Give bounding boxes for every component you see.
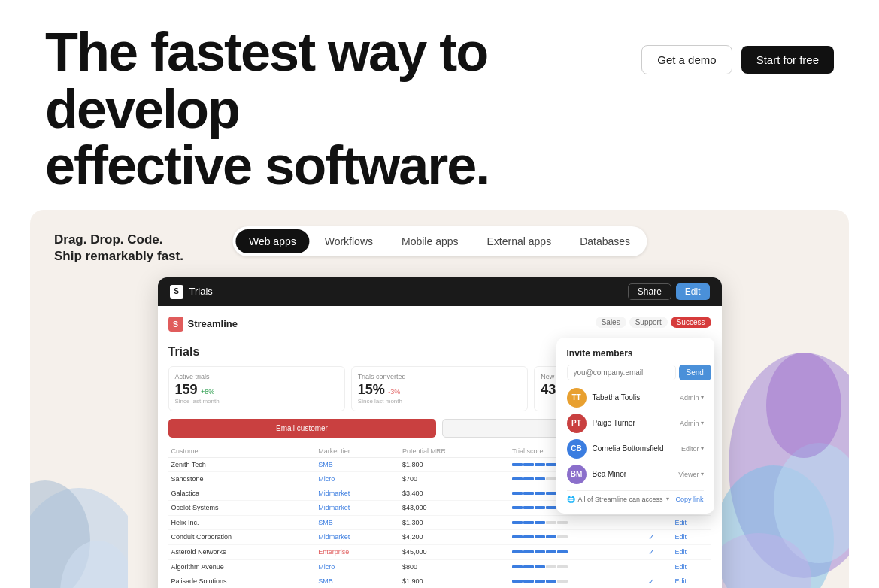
cell-customer: Sandstone bbox=[168, 471, 316, 486]
hero-title: The fastest way to develop effective sof… bbox=[45, 24, 632, 195]
cell-tier: Micro bbox=[315, 471, 399, 486]
member-row: TT Tabatha Toolis Admin ▾ bbox=[567, 388, 704, 408]
cell-mrr: $1,800 bbox=[399, 457, 509, 471]
hero-section: The fastest way to develop effective sof… bbox=[0, 0, 879, 210]
svg-point-3 bbox=[729, 353, 849, 578]
table-row: Algorithm Avenue Micro $800 Edit bbox=[168, 559, 711, 574]
member-avatar: BM bbox=[567, 465, 587, 484]
cell-score bbox=[509, 574, 645, 588]
stat-since-0: Since last month bbox=[175, 398, 338, 405]
cell-edit[interactable]: Edit bbox=[671, 574, 711, 588]
cell-check: ✓ bbox=[645, 529, 671, 544]
svg-point-5 bbox=[774, 443, 849, 563]
cell-tier: Enterprise bbox=[315, 544, 399, 559]
cell-mrr: $800 bbox=[399, 559, 509, 574]
cell-tier: Midmarket bbox=[315, 529, 399, 544]
share-button[interactable]: Share bbox=[628, 283, 671, 300]
stat-value-2: 43 bbox=[541, 382, 556, 397]
stat-since-1: Since last month bbox=[358, 398, 521, 405]
svg-point-2 bbox=[60, 541, 128, 588]
tab-mobile-apps[interactable]: Mobile apps bbox=[388, 229, 472, 253]
member-role[interactable]: Editor ▾ bbox=[681, 445, 704, 453]
table-row: Conduit Corporation Midmarket $4,200 ✓ E… bbox=[168, 529, 711, 544]
invite-title: Invite members bbox=[567, 348, 704, 359]
cell-tier: Midmarket bbox=[315, 486, 399, 500]
member-row: PT Paige Turner Admin ▾ bbox=[567, 414, 704, 433]
cell-score bbox=[509, 559, 645, 574]
cell-mrr: $43,000 bbox=[399, 500, 509, 515]
send-invite-button[interactable]: Send bbox=[679, 365, 711, 380]
col-customer: Customer bbox=[168, 445, 316, 458]
stat-change-1: -3% bbox=[388, 388, 400, 396]
table-row: Asteroid Networks Enterprise $45,000 ✓ E… bbox=[168, 544, 711, 559]
cell-customer: Ocelot Systems bbox=[168, 500, 316, 515]
member-role[interactable]: Admin ▾ bbox=[680, 394, 704, 402]
titlebar-right: Share Edit bbox=[628, 283, 710, 300]
app-screenshot: S Trials Share Edit Streamline Sale bbox=[158, 277, 722, 588]
tab-external-apps[interactable]: External apps bbox=[474, 229, 565, 253]
invite-email-input[interactable] bbox=[567, 365, 676, 380]
cell-customer: Asteroid Networks bbox=[168, 544, 316, 559]
invite-input-row: Send bbox=[567, 365, 704, 380]
demo-left-text: Drag. Drop. Code. Ship remarkably fast. bbox=[54, 231, 183, 264]
cell-customer: Palisade Solutions bbox=[168, 574, 316, 588]
tab-sales[interactable]: Sales bbox=[596, 317, 626, 328]
drag-drop-code: Drag. Drop. Code. bbox=[54, 231, 183, 249]
tab-web-apps[interactable]: Web apps bbox=[235, 229, 310, 253]
edit-button[interactable]: Edit bbox=[676, 283, 710, 300]
member-avatar: TT bbox=[567, 388, 587, 408]
cell-tier: SMB bbox=[315, 574, 399, 588]
start-free-button[interactable]: Start for free bbox=[741, 46, 834, 74]
stat-change-0: +8% bbox=[201, 388, 214, 396]
tab-workflows[interactable]: Workflows bbox=[311, 229, 386, 253]
brand-logo-icon bbox=[168, 317, 183, 332]
cell-check bbox=[645, 515, 671, 529]
ship-fast: Ship remarkably fast. bbox=[54, 249, 183, 264]
titlebar-left: S Trials bbox=[170, 285, 213, 299]
cell-edit[interactable]: Edit bbox=[671, 544, 711, 559]
cell-check: ✓ bbox=[645, 544, 671, 559]
members-list: TT Tabatha Toolis Admin ▾ PT Paige Turne… bbox=[567, 388, 704, 484]
app-titlebar: S Trials Share Edit bbox=[158, 277, 722, 306]
col-tier: Market tier bbox=[315, 445, 399, 458]
member-name: Tabatha Toolis bbox=[593, 393, 674, 402]
cell-edit[interactable]: Edit bbox=[671, 515, 711, 529]
chevron-down-icon[interactable]: ▾ bbox=[666, 496, 669, 502]
brand-name: Streamline bbox=[188, 318, 238, 329]
access-row: 🌐 All of Streamline can access ▾ Copy li… bbox=[567, 496, 704, 503]
access-left: 🌐 All of Streamline can access ▾ bbox=[567, 496, 669, 503]
member-role[interactable]: Admin ▾ bbox=[680, 420, 704, 427]
cell-tier: Midmarket bbox=[315, 500, 399, 515]
member-role[interactable]: Viewer ▾ bbox=[678, 471, 703, 478]
get-demo-button[interactable]: Get a demo bbox=[641, 45, 732, 74]
app-brand: Streamline bbox=[168, 314, 238, 339]
svg-point-1 bbox=[30, 480, 90, 588]
stat-value-0: 159 bbox=[175, 382, 198, 397]
cell-edit[interactable]: Edit bbox=[671, 559, 711, 574]
member-row: BM Bea Minor Viewer ▾ bbox=[567, 465, 704, 484]
cell-tier: SMB bbox=[315, 457, 399, 471]
member-avatar: CB bbox=[567, 439, 587, 459]
cell-score bbox=[509, 515, 645, 529]
cell-mrr: $700 bbox=[399, 471, 509, 486]
svg-point-6 bbox=[706, 533, 811, 588]
copy-link-button[interactable]: Copy link bbox=[675, 496, 703, 503]
cell-mrr: $3,400 bbox=[399, 486, 509, 500]
cell-tier: SMB bbox=[315, 515, 399, 529]
tab-support[interactable]: Support bbox=[629, 317, 668, 328]
divider bbox=[567, 490, 704, 491]
cell-score bbox=[509, 544, 645, 559]
cell-score bbox=[509, 529, 645, 544]
email-customer-button[interactable]: Email customer bbox=[168, 419, 436, 438]
cell-edit[interactable]: Edit bbox=[671, 529, 711, 544]
member-avatar: PT bbox=[567, 414, 587, 433]
cell-mrr: $1,900 bbox=[399, 574, 509, 588]
cell-customer: Conduit Corporation bbox=[168, 529, 316, 544]
tab-success[interactable]: Success bbox=[671, 317, 711, 328]
stat-value-1: 15% bbox=[358, 382, 385, 397]
demo-container: Drag. Drop. Code. Ship remarkably fast. … bbox=[30, 210, 849, 588]
member-row: CB Cornelia Bottomsfield Editor ▾ bbox=[567, 439, 704, 459]
cell-check bbox=[645, 559, 671, 574]
tab-databases[interactable]: Databases bbox=[566, 229, 644, 253]
app-tabs-row: Sales Support Success bbox=[596, 317, 711, 328]
